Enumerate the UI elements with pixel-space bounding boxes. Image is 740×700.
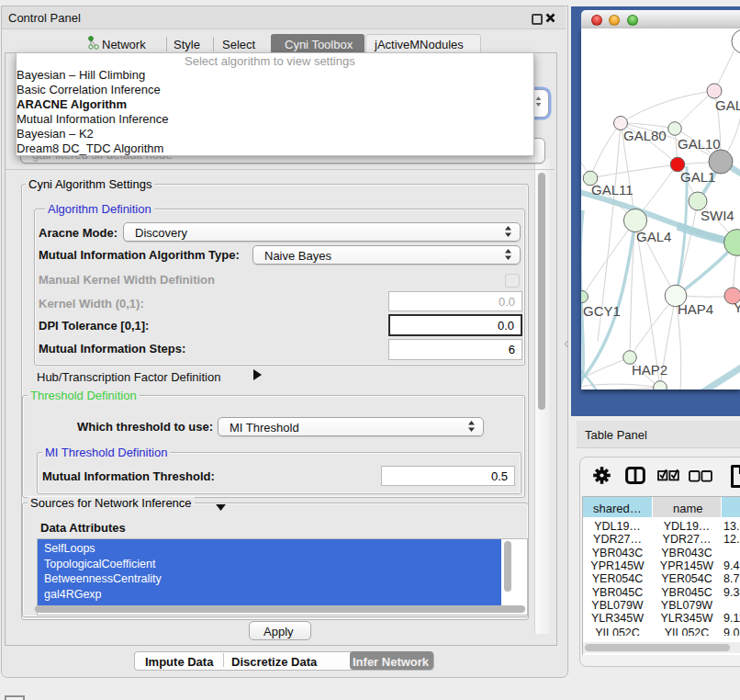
- svg-text:HAP2: HAP2: [632, 362, 667, 378]
- svg-text:GAL80: GAL80: [623, 128, 667, 143]
- svg-text:GAL4: GAL4: [636, 229, 671, 244]
- svg-text:GAL10: GAL10: [678, 136, 721, 152]
- svg-text:GAL1: GAL1: [680, 169, 715, 185]
- svg-text:SWI4: SWI4: [701, 208, 734, 223]
- svg-text:HAP4: HAP4: [678, 301, 713, 317]
- svg-text:GCY1: GCY1: [583, 303, 621, 319]
- svg-text:GAL11: GAL11: [591, 182, 633, 198]
- svg-text:Y: Y: [734, 299, 740, 315]
- svg-text:GAL2: GAL2: [715, 97, 740, 113]
